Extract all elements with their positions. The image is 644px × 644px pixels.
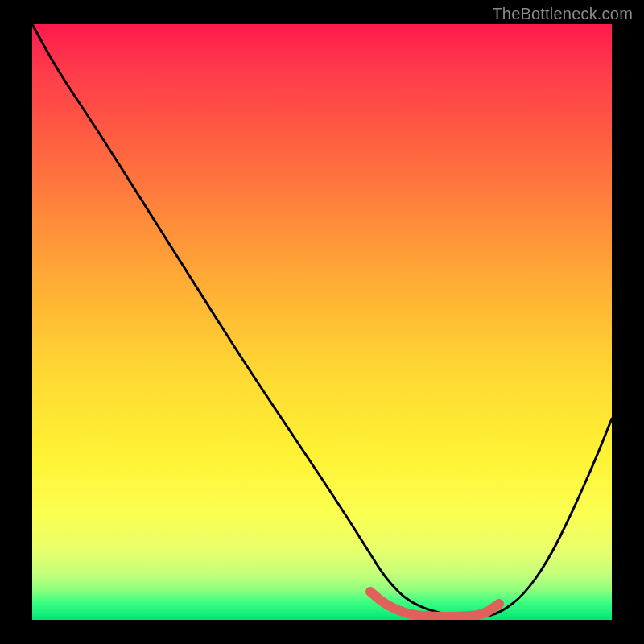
- plot-area: [32, 24, 612, 620]
- chart-frame: TheBottleneck.com: [0, 0, 644, 644]
- watermark-text: TheBottleneck.com: [492, 5, 633, 23]
- background-gradient: [32, 24, 612, 620]
